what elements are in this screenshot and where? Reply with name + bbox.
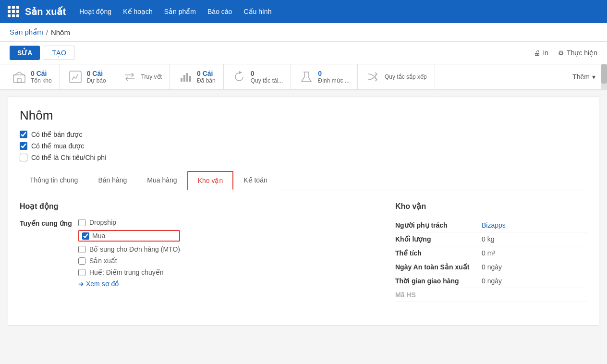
svg-rect-3 <box>181 78 182 82</box>
stat-dinh-muc[interactable]: 0 Định mức ... <box>291 64 358 89</box>
print-icon: 🖨 <box>534 49 540 57</box>
checkbox-co-the-mua: Có thể mua được <box>20 142 587 150</box>
tab-mua-hang[interactable]: Mua hàng <box>137 171 187 190</box>
truy-vet-label: Truy vết <box>141 73 162 80</box>
hue-diem-label[interactable]: Huế: Điểm trung chuyển <box>89 268 164 276</box>
brand-title: Sản xuất <box>25 6 66 17</box>
print-action[interactable]: 🖨 In <box>534 49 548 57</box>
dropship-checkbox[interactable] <box>78 219 85 226</box>
kv-the-tich-label: Thể tích <box>395 249 482 257</box>
kv-nguoi-phu-trach: Người phụ trách Bizapps <box>395 218 587 232</box>
mua-checkbox[interactable] <box>82 232 89 240</box>
thuc-hien-label: Thực hiện <box>567 49 597 57</box>
dinh-muc-count: 0 <box>318 70 350 77</box>
truy-vet-info: Truy vết <box>141 73 162 80</box>
forecast-icon <box>68 69 83 85</box>
tao-button[interactable]: TẠO <box>44 46 74 60</box>
nav-cau-hinh[interactable]: Cấu hình <box>243 6 271 17</box>
arrows-icon <box>122 69 137 85</box>
stat-truy-vet[interactable]: Truy vết <box>114 64 170 89</box>
breadcrumb: Sản phẩm / Nhôm <box>0 23 607 42</box>
scrollbar[interactable] <box>601 64 607 89</box>
svg-rect-4 <box>183 75 185 82</box>
hue-diem-checkbox[interactable] <box>78 269 85 276</box>
kv-thoi-gian-giao-hang: Thời gian giao hàng 0 ngày <box>395 274 587 288</box>
thuc-hien-action[interactable]: ⚙ Thực hiện <box>558 49 597 57</box>
du-bao-info: 0 Cái Dự báo <box>87 70 106 84</box>
ton-kho-count: 0 Cái <box>31 70 52 77</box>
du-bao-label: Dự báo <box>87 77 106 84</box>
shuffle-icon <box>365 69 381 85</box>
svg-rect-1 <box>17 79 21 83</box>
kv-ngay-an-toan-label: Ngày An toàn Sản xuất <box>395 263 482 271</box>
quy-tac-sap-xep-label: Quy tắc sắp xếp <box>385 73 427 80</box>
hoat-dong-section: Hoạt động Tuyến cung ứng Dropship Mua Bổ… <box>20 202 366 302</box>
app-grid-icon[interactable] <box>8 6 19 17</box>
co-the-ban-label[interactable]: Có thể bán được <box>31 131 82 138</box>
kv-ma-hs-label: Mã HS <box>395 291 482 299</box>
chi-tieu-checkbox[interactable] <box>20 154 27 161</box>
top-navigation: Sản xuất Hoạt động Kế hoạch Sản phẩm Báo… <box>0 0 607 23</box>
quy-tac-tai-count: 0 <box>251 70 283 77</box>
tab-thong-tin-chung[interactable]: Thông tin chung <box>20 171 88 190</box>
da-ban-label: Đã bán <box>197 77 216 84</box>
mua-row: Mua <box>78 230 180 242</box>
action-bar: SỬA TẠO 🖨 In ⚙ Thực hiện <box>0 42 607 64</box>
checkbox-co-the-ban: Có thể bán được <box>20 131 587 138</box>
du-bao-count: 0 Cái <box>87 70 106 77</box>
main-content: Nhôm Có thể bán được Có thể mua được Có … <box>8 96 599 326</box>
mua-label[interactable]: Mua <box>92 232 105 240</box>
view-diagram-label: Xem sơ đồ <box>86 280 119 288</box>
dropship-row: Dropship <box>78 218 180 226</box>
breadcrumb-parent[interactable]: Sản phẩm <box>10 28 43 36</box>
nav-san-pham[interactable]: Sản phẩm <box>164 6 196 17</box>
svg-rect-2 <box>70 71 81 83</box>
scrollbar-thumb[interactable] <box>601 64 607 84</box>
tab-bar: Thông tin chung Bán hàng Mua hàng Kho vậ… <box>20 171 587 190</box>
tab-ke-toan[interactable]: Kế toán <box>233 171 277 190</box>
kv-thoi-gian-giao-hang-value: 0 ngày <box>482 277 502 285</box>
co-the-ban-checkbox[interactable] <box>20 131 27 138</box>
refresh-icon <box>231 69 247 85</box>
more-button[interactable]: Thêm ▾ <box>565 64 603 89</box>
stat-da-ban[interactable]: 0 Cái Đã bán <box>170 64 224 89</box>
stat-quy-tac-sap-xep[interactable]: Quy tắc sắp xếp <box>358 64 435 89</box>
arrow-right-icon: ➔ <box>78 280 84 288</box>
stat-ton-kho[interactable]: 0 Cái Tồn kho <box>4 64 60 89</box>
supply-checks: Dropship Mua Bổ sung cho Đơn hàng (MTO) … <box>78 218 180 276</box>
kv-nguoi-phu-trach-value[interactable]: Bizapps <box>482 221 506 229</box>
breadcrumb-separator: / <box>46 28 48 36</box>
nav-hoat-dong[interactable]: Hoạt động <box>79 6 111 17</box>
chi-tieu-label[interactable]: Có thể là Chi tiêu/Chi phí <box>31 154 107 161</box>
dinh-muc-label: Định mức ... <box>318 77 350 84</box>
tab-ban-hang[interactable]: Bán hàng <box>88 171 137 190</box>
bar-icon <box>178 69 193 85</box>
view-diagram-link[interactable]: ➔ Xem sơ đồ <box>78 280 366 288</box>
san-xuat-checkbox[interactable] <box>78 257 85 265</box>
supply-row: Tuyến cung ứng Dropship Mua Bổ sung cho … <box>20 218 366 276</box>
ton-kho-label: Tồn kho <box>31 77 52 84</box>
kv-the-tich-value: 0 m³ <box>482 249 495 257</box>
stat-du-bao[interactable]: 0 Cái Dự báo <box>60 64 114 89</box>
bo-sung-label[interactable]: Bổ sung cho Đơn hàng (MTO) <box>89 245 180 253</box>
nav-ke-hoach[interactable]: Kế hoạch <box>123 6 153 17</box>
gear-icon: ⚙ <box>558 49 564 57</box>
co-the-mua-label[interactable]: Có thể mua được <box>31 142 84 150</box>
caret-down-icon: ▾ <box>592 73 595 81</box>
supply-label: Tuyến cung ứng <box>20 218 73 227</box>
dropship-label[interactable]: Dropship <box>89 218 116 226</box>
dinh-muc-info: 0 Định mức ... <box>318 70 350 84</box>
kv-ma-hs: Mã HS <box>395 288 587 302</box>
quy-tac-tai-info: 0 Quy tắc tái... <box>251 70 283 84</box>
quy-tac-sap-xep-info: Quy tắc sắp xếp <box>385 73 427 80</box>
bo-sung-checkbox[interactable] <box>78 246 85 253</box>
nav-bao-cao[interactable]: Báo cáo <box>207 6 232 17</box>
checkbox-chi-tieu: Có thể là Chi tiêu/Chi phí <box>20 154 587 161</box>
da-ban-count: 0 Cái <box>197 70 216 77</box>
sua-button[interactable]: SỬA <box>10 46 40 60</box>
tab-content-kho-van: Hoạt động Tuyến cung ứng Dropship Mua Bổ… <box>20 190 587 314</box>
co-the-mua-checkbox[interactable] <box>20 142 27 150</box>
tab-kho-van[interactable]: Kho vận <box>187 171 234 190</box>
stat-quy-tac-tai[interactable]: 0 Quy tắc tái... <box>224 64 291 89</box>
san-xuat-label[interactable]: Sản xuất <box>89 257 117 265</box>
